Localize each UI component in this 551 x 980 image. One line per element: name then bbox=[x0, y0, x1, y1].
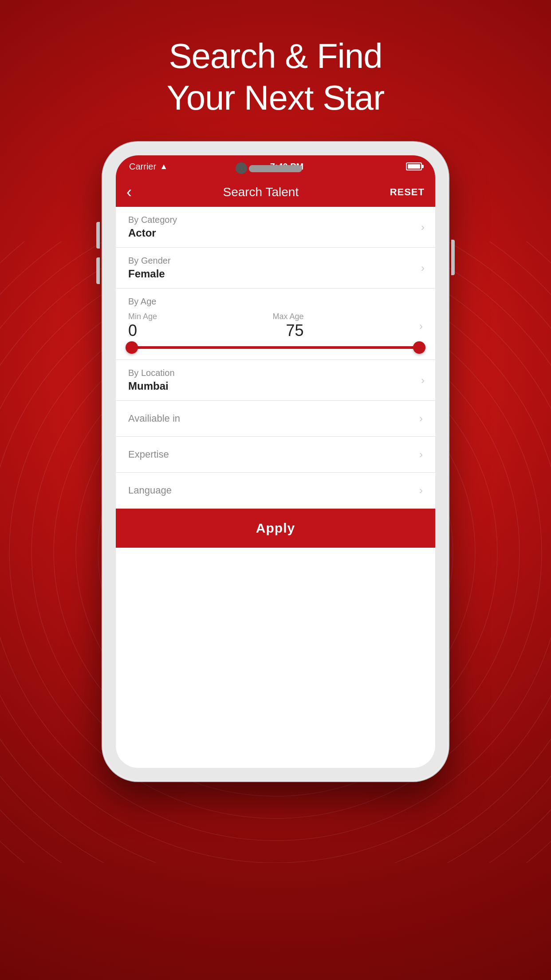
location-value: Mumbai bbox=[128, 380, 423, 392]
max-age-value: 75 bbox=[286, 321, 304, 340]
filter-content: By Category Actor › By Gender Female › B… bbox=[116, 207, 435, 548]
slider-max-thumb[interactable] bbox=[413, 341, 425, 354]
category-chevron-icon: › bbox=[421, 221, 425, 233]
phone-screen: Carrier ▲ 7:40 PM ‹ Search Talent RESET bbox=[116, 155, 435, 768]
apply-button-label: Apply bbox=[256, 521, 295, 536]
available-chevron-icon: › bbox=[419, 412, 423, 425]
age-section-label: By Age bbox=[128, 296, 423, 307]
volume-down-button bbox=[96, 257, 100, 284]
max-age-label: Max Age bbox=[273, 312, 304, 321]
slider-fill bbox=[132, 346, 419, 349]
phone-speaker bbox=[249, 165, 302, 172]
expertise-chevron-icon: › bbox=[419, 448, 423, 461]
language-filter-row[interactable]: Language › bbox=[116, 473, 435, 509]
category-label: By Category bbox=[128, 215, 423, 225]
battery-icon bbox=[406, 162, 422, 170]
battery-fill bbox=[408, 164, 420, 169]
age-range-slider[interactable] bbox=[132, 346, 419, 349]
wifi-icon: ▲ bbox=[160, 162, 168, 171]
carrier-label: Carrier bbox=[129, 162, 156, 172]
max-age-col: Max Age 75 bbox=[273, 312, 304, 340]
apply-button[interactable]: Apply bbox=[116, 509, 435, 548]
gender-label: By Gender bbox=[128, 256, 423, 266]
nav-bar: ‹ Search Talent RESET bbox=[116, 178, 435, 207]
gender-chevron-icon: › bbox=[421, 262, 425, 274]
gender-filter-row[interactable]: By Gender Female › bbox=[116, 248, 435, 288]
category-filter-row[interactable]: By Category Actor › bbox=[116, 207, 435, 248]
location-filter-row[interactable]: By Location Mumbai › bbox=[116, 360, 435, 401]
back-button[interactable]: ‹ bbox=[126, 183, 132, 202]
status-left: Carrier ▲ bbox=[129, 162, 168, 172]
available-label: Availiable in bbox=[128, 413, 180, 424]
category-value: Actor bbox=[128, 227, 423, 239]
min-age-label: Min Age bbox=[128, 312, 157, 321]
nav-title: Search Talent bbox=[223, 185, 299, 199]
hero-text: Search & Find Your Next Star bbox=[0, 36, 551, 119]
phone-frame: Carrier ▲ 7:40 PM ‹ Search Talent RESET bbox=[102, 142, 449, 781]
min-age-col: Min Age 0 bbox=[128, 312, 157, 340]
min-age-value: 0 bbox=[128, 321, 157, 340]
slider-min-thumb[interactable] bbox=[126, 341, 138, 354]
language-chevron-icon: › bbox=[419, 484, 423, 497]
power-button bbox=[451, 240, 455, 275]
age-values-row: Min Age 0 Max Age 75 › bbox=[128, 312, 423, 340]
volume-up-button bbox=[96, 222, 100, 249]
location-chevron-icon: › bbox=[421, 374, 425, 387]
age-filter-section: By Age Min Age 0 Max Age 75 › bbox=[116, 288, 435, 360]
location-label: By Location bbox=[128, 368, 423, 378]
available-filter-row[interactable]: Availiable in › bbox=[116, 401, 435, 437]
age-chevron-icon: › bbox=[419, 320, 423, 332]
language-label: Language bbox=[128, 485, 172, 496]
reset-button[interactable]: RESET bbox=[390, 186, 425, 198]
gender-value: Female bbox=[128, 268, 423, 280]
expertise-filter-row[interactable]: Expertise › bbox=[116, 437, 435, 473]
expertise-label: Expertise bbox=[128, 449, 169, 460]
status-right bbox=[406, 162, 422, 170]
phone-camera bbox=[236, 162, 247, 174]
